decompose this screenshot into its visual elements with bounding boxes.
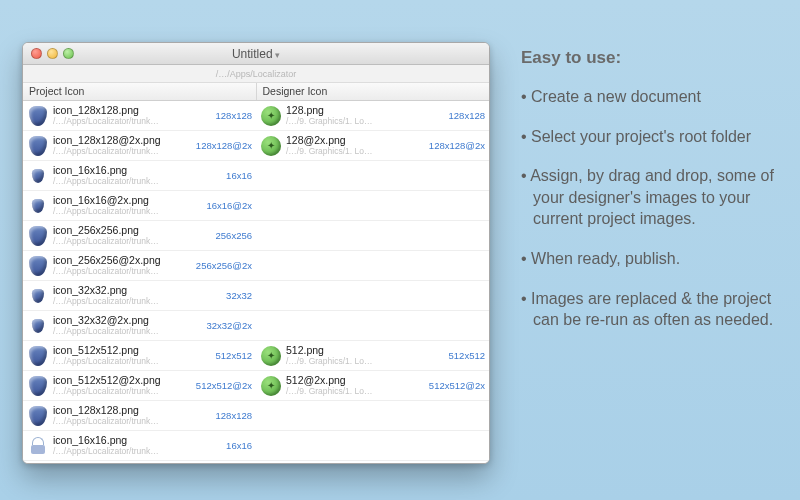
file-name: icon_128x128@2x.png [53,135,192,147]
project-cell[interactable]: icon_16x16.png/…/Apps/Localizator/trunk…… [23,161,256,190]
designer-icon [260,105,282,127]
file-name: icon_16x16@2x.png [53,195,202,207]
dimensions-label: 256x256@2x [196,260,252,271]
file-path: /…/Apps/Localizator/trunk… [53,267,192,276]
dimensions-label: 256x256 [216,230,252,241]
dimensions-label: 128x128 [216,410,252,421]
dimensions-label: 32x32 [226,290,252,301]
project-cell[interactable]: icon_16x16.png/…/Apps/Localizator/trunk…… [23,431,256,460]
lock-icon [27,435,49,457]
table-body[interactable]: icon_128x128.png/…/Apps/Localizator/trun… [23,101,489,463]
table-row[interactable]: icon_32x32@2x.png/…/Apps/Localizator/tru… [23,311,489,341]
table-row[interactable]: icon_512x512@2x.png/…/Apps/Localizator/t… [23,371,489,401]
breadcrumb[interactable]: /…/Apps/Localizator [23,65,489,83]
designer-cell [256,281,489,310]
file-path: /…/Apps/Localizator/trunk… [53,387,192,396]
file-name: icon_128x128.png [53,405,212,417]
app-icon [27,375,49,397]
designer-cell[interactable]: 128.png/…/9. Graphics/1. Lo…128x128 [256,101,489,130]
promo-bullet: Select your project's root folder [521,126,774,148]
column-header-project[interactable]: Project Icon [23,83,257,100]
file-name: 128@2x.png [286,135,425,147]
file-name: icon_16x16.png [53,435,222,447]
app-icon [27,255,49,277]
file-name: icon_32x32@2x.png [53,315,202,327]
window-title[interactable]: Untitled [23,47,489,61]
project-cell[interactable]: icon_512x512@2x.png/…/Apps/Localizator/t… [23,371,256,400]
designer-cell [256,161,489,190]
designer-icon [260,135,282,157]
column-header-designer[interactable]: Designer Icon [257,83,490,100]
project-cell[interactable]: icon_128x128@2x.png/…/Apps/Localizator/t… [23,131,256,160]
app-icon [27,405,49,427]
dimensions-label: 128x128 [216,110,252,121]
designer-cell [256,191,489,220]
project-cell[interactable]: icon_128x128.png/…/Apps/Localizator/trun… [23,401,256,430]
project-cell[interactable]: icon_512x512.png/…/Apps/Localizator/trun… [23,341,256,370]
zoom-icon[interactable] [63,48,74,59]
app-icon [27,345,49,367]
file-path: /…/Apps/Localizator/trunk… [53,447,222,456]
file-path: /…/Apps/Localizator/trunk… [53,177,222,186]
table-row[interactable]: icon_128x128.png/…/Apps/Localizator/trun… [23,401,489,431]
app-icon [27,165,49,187]
file-name: icon_512x512@2x.png [53,375,192,387]
file-path: /…/9. Graphics/1. Lo… [286,117,445,126]
dimensions-label: 128x128 [449,110,485,121]
traffic-lights[interactable] [31,48,74,59]
table-row[interactable]: icon_16x16.png/…/Apps/Localizator/trunk…… [23,431,489,461]
file-name: 128.png [286,105,445,117]
table-row[interactable]: icon_128x128.png/…/Apps/Localizator/trun… [23,101,489,131]
file-name: icon_128x128.png [53,105,212,117]
table-row[interactable]: icon_32x32.png/…/Apps/Localizator/trunk…… [23,281,489,311]
table-row[interactable]: icon_512x512.png/…/Apps/Localizator/trun… [23,341,489,371]
designer-cell[interactable]: 512.png/…/9. Graphics/1. Lo…512x512 [256,341,489,370]
project-cell[interactable]: icon_256x256@2x.png/…/Apps/Localizator/t… [23,251,256,280]
dimensions-label: 128x128@2x [429,140,485,151]
file-path: /…/9. Graphics/1. Lo… [286,357,445,366]
file-path: /…/9. Graphics/1. Lo… [286,387,425,396]
minimize-icon[interactable] [47,48,58,59]
file-path: /…/Apps/Localizator/trunk… [53,147,192,156]
dimensions-label: 512x512 [216,350,252,361]
promo-bullet: Assign, by drag and drop, some of your d… [521,165,774,230]
file-path: /…/Apps/Localizator/trunk… [53,417,212,426]
table-row[interactable]: icon_256x256@2x.png/…/Apps/Localizator/t… [23,251,489,281]
dimensions-label: 16x16 [226,440,252,451]
file-path: /…/Apps/Localizator/trunk… [53,207,202,216]
designer-icon [260,345,282,367]
promo-bullet: Create a new document [521,86,774,108]
file-name: 512@2x.png [286,375,425,387]
table-row[interactable]: icon_256x256.png/…/Apps/Localizator/trun… [23,221,489,251]
titlebar[interactable]: Untitled [23,43,489,65]
file-path: /…/Apps/Localizator/trunk… [53,357,212,366]
table-row[interactable]: icon_128x128@2x.png/…/Apps/Localizator/t… [23,131,489,161]
designer-cell[interactable]: 128@2x.png/…/9. Graphics/1. Lo…128x128@2… [256,131,489,160]
table-header: Project Icon Designer Icon [23,83,489,101]
dimensions-label: 512x512@2x [429,380,485,391]
file-path: /…/Apps/Localizator/trunk… [53,327,202,336]
app-icon [27,315,49,337]
designer-cell[interactable]: 512@2x.png/…/9. Graphics/1. Lo…512x512@2… [256,371,489,400]
breadcrumb-text: /…/Apps/Localizator [216,69,297,79]
app-window: Untitled /…/Apps/Localizator Project Ico… [22,42,490,464]
file-path: /…/Apps/Localizator/trunk… [53,117,212,126]
table-row[interactable]: icon_16x16.png/…/Apps/Localizator/trunk…… [23,161,489,191]
close-icon[interactable] [31,48,42,59]
app-icon [27,195,49,217]
promo-bullets: Create a new documentSelect your project… [521,86,774,331]
project-cell[interactable]: icon_128x128.png/…/Apps/Localizator/trun… [23,101,256,130]
project-cell[interactable]: icon_32x32.png/…/Apps/Localizator/trunk…… [23,281,256,310]
dimensions-label: 16x16 [226,170,252,181]
table-row[interactable]: icon_16x16@2x.png/…/Apps/Localizator/tru… [23,191,489,221]
project-cell[interactable]: icon_32x32@2x.png/…/Apps/Localizator/tru… [23,311,256,340]
project-cell[interactable]: icon_16x16@2x.png/…/Apps/Localizator/tru… [23,191,256,220]
file-path: /…/Apps/Localizator/trunk… [53,237,212,246]
file-name: icon_256x256.png [53,225,212,237]
screenshot-area: Untitled /…/Apps/Localizator Project Ico… [0,0,495,500]
app-icon [27,225,49,247]
file-path: /…/9. Graphics/1. Lo… [286,147,425,156]
project-cell[interactable]: icon_256x256.png/…/Apps/Localizator/trun… [23,221,256,250]
app-icon [27,285,49,307]
designer-cell [256,251,489,280]
